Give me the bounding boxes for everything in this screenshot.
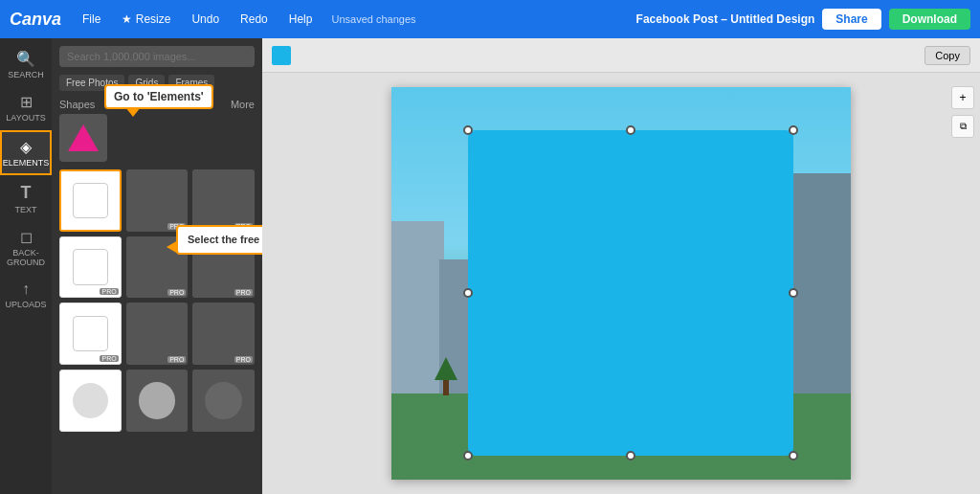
med-circle-shape[interactable] [126,370,189,432]
triangle-shape-item[interactable] [59,114,107,162]
handle-mid-right[interactable] [789,288,798,298]
design-title: Facebook Post – Untitled Design [636,12,815,26]
shapes-label: Shapes [59,99,95,110]
callout-arrow [167,240,178,254]
sidebar-item-text[interactable]: T TEXT [0,177,52,220]
top-nav-right: Facebook Post – Untitled Design Share Do… [636,9,970,30]
background-icon: ◻ [20,228,33,246]
copy-button[interactable]: Copy [924,46,970,65]
canvas-toolbar: Copy [262,38,980,73]
dark-square-shape-5[interactable]: PRO [126,303,189,365]
search-icon: 🔍 [16,50,35,68]
more-label: More [231,99,255,110]
sidebar-label-search: SEARCH [8,70,44,79]
pro-badge-4: PRO [167,289,186,296]
share-button[interactable]: Share [822,9,880,30]
download-button[interactable]: Download [889,9,970,30]
app-logo: Canva [10,10,61,30]
help-btn[interactable]: Help [283,11,319,28]
color-swatch[interactable] [272,46,291,65]
dark-square-icon-5 [139,315,176,352]
dark-square-icon-6 [205,315,242,352]
dark-square-shape-2[interactable]: PRO [192,169,255,232]
redo-btn[interactable]: Redo [234,11,274,28]
sidebar-label-elements: ELEMENTS [3,158,50,168]
handle-mid-left[interactable] [463,288,473,298]
side-panel: Free Photos Grids Frames Shapes Lines Mo… [52,38,262,494]
text-icon: T [21,183,32,203]
layouts-icon: ⊞ [20,93,33,111]
free-square-shape[interactable] [59,169,122,232]
dark-square-icon-2 [205,182,242,219]
right-tools: + ⧉ [951,86,974,138]
handle-top-right[interactable] [789,125,798,135]
zoom-in-button[interactable]: + [951,86,974,109]
callout-elements: Go to 'Elements' [104,84,213,109]
icon-bar: 🔍 SEARCH ⊞ LAYOUTS ◈ ELEMENTS T TEXT ◻ B… [0,38,52,494]
handle-bottom-center[interactable] [626,451,635,460]
uploads-icon: ↑ [22,281,30,298]
dark-circle-shape[interactable] [192,370,255,432]
tree-1 [434,357,457,395]
canvas-area: Copy [262,38,980,494]
sidebar-label-text: TEXT [14,205,36,214]
sidebar-item-search[interactable]: 🔍 SEARCH [0,44,52,85]
sidebar-label-uploads: UPLOADS [5,300,46,309]
light-circle-shape[interactable] [59,370,122,432]
white-square-icon [73,183,107,217]
pro-badge-7: PRO [167,356,186,363]
sidebar-label-layouts: LAYOUTS [6,113,45,123]
copy-canvas-button[interactable]: ⧉ [951,115,974,138]
sidebar-item-uploads[interactable]: ↑ UPLOADS [0,275,52,315]
blue-rectangle[interactable] [468,130,793,456]
pro-badge-8: PRO [234,356,253,363]
white-square-icon-3 [73,316,109,352]
unsaved-indicator: Unsaved changes [331,13,415,25]
pro-badge-6: PRO [100,355,118,362]
shapes-grid: PRO PRO PRO PRO PRO PRO [59,169,255,432]
handle-bottom-left[interactable] [463,451,473,460]
handle-top-center[interactable] [626,125,635,135]
sidebar-item-layouts[interactable]: ⊞ LAYOUTS [0,87,52,128]
dark-square-icon-1 [139,182,176,219]
handle-bottom-right[interactable] [789,451,798,460]
pro-badge-3: PRO [100,288,118,295]
resize-btn[interactable]: ★ Resize [116,11,176,28]
sidebar-item-background[interactable]: ◻ BACK­GROUND [0,222,52,273]
light-circle-icon [73,383,109,419]
main-layout: 🔍 SEARCH ⊞ LAYOUTS ◈ ELEMENTS T TEXT ◻ B… [0,38,980,494]
white-square-shape-3[interactable]: PRO [59,303,122,365]
med-circle-icon [139,382,176,419]
dark-square-shape-1[interactable]: PRO [126,169,189,232]
design-canvas[interactable] [391,87,851,480]
white-square-icon-2 [73,249,109,285]
handle-top-left[interactable] [463,125,473,135]
white-square-shape-2[interactable]: PRO [59,236,122,299]
undo-btn[interactable]: Undo [186,11,225,28]
dark-square-icon-3 [139,249,176,286]
sidebar-label-background: BACK­GROUND [0,248,52,267]
dark-circle-icon [205,382,242,419]
top-navigation: Canva File ★ Resize Undo Redo Help Unsav… [0,0,980,38]
elements-icon: ◈ [20,138,32,156]
shapes-preview [59,114,255,162]
pro-badge-5: PRO [234,289,253,296]
file-menu[interactable]: File [77,11,106,28]
sidebar-item-elements[interactable]: ◈ ELEMENTS [0,130,52,175]
triangle-icon [68,124,99,151]
search-input[interactable] [59,46,255,67]
callout-square-shape: Select the free square shape [176,225,262,255]
dark-square-shape-6[interactable]: PRO [192,303,255,365]
